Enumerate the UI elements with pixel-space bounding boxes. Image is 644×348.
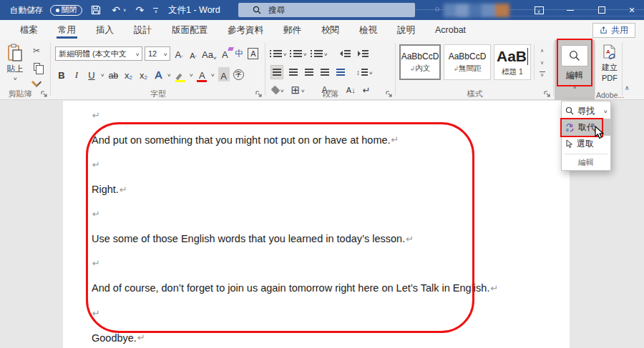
find-chevron-icon: ∨ — [602, 109, 608, 114]
tab-檢視[interactable]: 檢視 — [349, 20, 387, 40]
maximize-button[interactable] — [590, 0, 614, 20]
italic-button[interactable]: I — [71, 67, 82, 81]
collapse-ribbon-button[interactable]: ∧ — [625, 84, 630, 91]
underline-chevron-icon[interactable]: ∨ — [100, 72, 105, 77]
redo-button[interactable]: ↷ — [133, 4, 146, 16]
doc-line[interactable]: ↵ — [92, 252, 498, 277]
grow-font-button[interactable]: Aˆ — [173, 46, 185, 61]
grow-caret: ˆ — [181, 55, 182, 60]
font-size-chevron-icon: ∨ — [162, 51, 167, 56]
subscript-button[interactable]: x2 — [122, 67, 134, 81]
style-card-normal[interactable]: AaBbCcD ↲內文 — [399, 44, 441, 80]
style-card-no-spacing[interactable]: AaBbCcD ↲無間距 — [444, 44, 491, 80]
text-highlight-button[interactable] — [175, 67, 186, 81]
tab-版面配置[interactable]: 版面配置 — [162, 20, 218, 40]
style-card-heading1[interactable]: AaB 標題 1 — [494, 44, 531, 80]
font-size-combo[interactable]: 12 ∨ — [145, 46, 170, 61]
font-color-button[interactable]: A — [196, 67, 208, 81]
align-right-button[interactable] — [303, 65, 315, 79]
line-spacing-button[interactable]: ↕∨ — [355, 65, 374, 79]
cut-button[interactable]: ✂ — [30, 45, 43, 56]
tab-常用[interactable]: 常用 — [48, 20, 86, 40]
decrease-indent-button[interactable] — [338, 46, 352, 61]
customize-qat-button[interactable]: ∨ — [153, 8, 158, 13]
tab-檔案[interactable]: 檔案 — [10, 20, 48, 40]
character-border-button[interactable]: A — [248, 48, 258, 59]
text-effects-button[interactable]: A — [152, 67, 164, 81]
multilevel-list-button[interactable]: ∨ — [313, 46, 328, 61]
character-shading-button[interactable]: A — [218, 67, 230, 81]
distribute-button[interactable] — [335, 65, 346, 79]
doc-line[interactable]: And of course, don’t forget to join us a… — [92, 276, 498, 301]
close-button[interactable]: × — [620, 0, 644, 20]
user-account-blurred[interactable] — [444, 4, 509, 17]
doc-line[interactable]: Right.↵ — [92, 177, 498, 202]
tab-Acrobat[interactable]: Acrobat — [425, 20, 476, 40]
doc-line[interactable]: And put on something that you might not … — [92, 128, 498, 153]
align-center-button[interactable] — [288, 65, 299, 79]
bold-button[interactable]: B — [56, 67, 67, 81]
autosave-toggle[interactable]: 關閉 — [50, 5, 82, 16]
format-painter-button[interactable] — [30, 76, 43, 88]
format-painter-icon — [31, 77, 42, 87]
menu-item-replace[interactable]: b c 取代 — [562, 119, 610, 136]
bullets-button[interactable]: ∨ — [272, 46, 288, 61]
tab-插入[interactable]: 插入 — [86, 20, 124, 40]
font-group: 新細明體 (本文中文 ∨ 12 ∨ Aˆ Aˇ Aa∨ A 中 A B I U … — [52, 40, 265, 100]
editing-menu-button[interactable]: 編輯 ∨ — [555, 40, 595, 100]
tab-校閱[interactable]: 校閱 — [311, 20, 349, 40]
styles-dialog-launcher[interactable] — [544, 91, 551, 98]
font-name-combo[interactable]: 新細明體 (本文中文 ∨ — [55, 46, 142, 61]
share-button[interactable]: 共用 — [592, 23, 635, 38]
doc-line[interactable]: Use some of those English words that you… — [92, 227, 498, 252]
group-separator — [622, 43, 623, 96]
minimize-button[interactable] — [558, 0, 582, 20]
shrink-font-button[interactable]: Aˇ — [187, 46, 199, 61]
paragraph-dialog-launcher[interactable] — [386, 91, 393, 98]
menu-item-find[interactable]: 尋找 ∨ — [562, 103, 610, 119]
tab-郵件[interactable]: 郵件 — [273, 20, 311, 40]
phonetic-guide-button[interactable]: 中 — [233, 46, 245, 61]
tab-說明[interactable]: 說明 — [387, 20, 425, 40]
enclose-characters-button[interactable]: 字 — [233, 69, 244, 80]
increase-indent-button[interactable] — [356, 46, 370, 61]
paragraph-mark: ↵ — [92, 159, 100, 170]
justify-button[interactable] — [319, 65, 331, 79]
doc-line[interactable]: ↵ — [92, 152, 498, 177]
create-pdf-button[interactable]: A 建立 PDF — [597, 44, 622, 87]
undo-button[interactable]: ↶ ∨ — [109, 4, 126, 16]
text-effects-chevron-icon[interactable]: ∨ — [167, 72, 172, 77]
clear-formatting-button[interactable]: A — [219, 46, 230, 61]
strikethrough-button[interactable]: ab — [107, 67, 119, 81]
paste-button[interactable]: 貼上 ∨ — [4, 44, 26, 88]
superscript-button[interactable]: x2 — [137, 67, 149, 81]
align-left-button[interactable] — [270, 65, 283, 79]
doc-line[interactable]: Goodbye.↵ — [92, 325, 498, 348]
underline-button[interactable]: U — [86, 67, 97, 81]
doc-line[interactable]: ↵ — [92, 103, 498, 128]
highlight-chevron-icon[interactable]: ∨ — [189, 72, 194, 77]
doc-line-text: And put on something that you might not … — [92, 134, 391, 146]
font-color-chevron-icon[interactable]: ∨ — [210, 72, 215, 77]
copy-button[interactable] — [30, 61, 43, 72]
tab-參考資料[interactable]: 參考資料 — [218, 20, 273, 40]
document-area: ↵And put on something that you might not… — [0, 101, 644, 348]
clipboard-dialog-launcher[interactable] — [41, 91, 48, 98]
document-page[interactable]: ↵And put on something that you might not… — [63, 101, 570, 348]
styles-scroll-up-button[interactable]: ∧ — [535, 44, 550, 56]
doc-line[interactable]: ↵ — [92, 301, 498, 326]
line-spacing-icon: ↕ — [356, 69, 360, 76]
styles-scroll-down-button[interactable]: ∨ — [535, 56, 550, 69]
search-box[interactable]: 搜尋 — [238, 3, 415, 17]
adobe-group: A 建立 PDF Adobe... — [596, 40, 623, 100]
save-button[interactable] — [89, 4, 102, 16]
styles-more-button[interactable]: ∨ — [535, 68, 550, 80]
change-case-button[interactable]: Aa∨ — [202, 46, 216, 61]
ribbon-display-options-button[interactable]: ∨ — [527, 0, 551, 20]
doc-line[interactable]: ↵ — [92, 202, 498, 227]
tab-設計[interactable]: 設計 — [124, 20, 162, 40]
numbering-button[interactable]: ∨ — [292, 46, 308, 61]
menu-group-label: 編輯 — [562, 156, 610, 169]
menu-item-select[interactable]: 選取 — [562, 136, 610, 151]
font-dialog-launcher[interactable] — [255, 91, 263, 98]
